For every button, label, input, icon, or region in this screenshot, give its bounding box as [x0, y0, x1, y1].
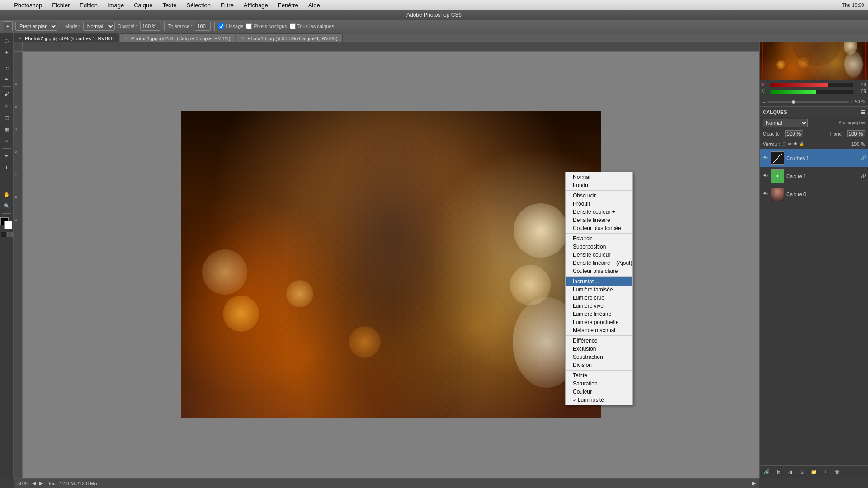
layer-eye-courbes1[interactable]: 👁: [762, 155, 769, 162]
blend-obscurcir[interactable]: Obscurcir: [566, 192, 632, 200]
blend-lumiere-tamisee[interactable]: Lumière tamisée: [566, 286, 632, 294]
layers-mode-dropdown[interactable]: Normal Fondu Obscurcir Produit Superposi…: [763, 119, 808, 127]
zoom-minus[interactable]: –: [763, 99, 765, 104]
blend-melange-maximal[interactable]: Mélange maximal: [566, 326, 632, 334]
lissage-checkbox[interactable]: [218, 23, 224, 29]
menu-filtre[interactable]: Filtre: [219, 1, 236, 9]
blend-fondu[interactable]: Fondu: [566, 181, 632, 189]
blend-eclaircir[interactable]: Eclaircir: [566, 235, 632, 243]
tous-calques-label[interactable]: Tous les calques: [290, 23, 334, 29]
layer-item-calque1[interactable]: 👁 ■ Calque 1 🔗: [760, 167, 868, 185]
menu-texte[interactable]: Texte: [160, 1, 178, 9]
playback-btn[interactable]: ▶: [752, 480, 756, 486]
layer-mask-btn[interactable]: ◑: [785, 467, 795, 477]
tab-photo3[interactable]: ✕ Photo#3.jpg @ 33,3% (Calque 1, RVB/8): [236, 33, 342, 42]
tool-eraser[interactable]: ◫: [1, 112, 12, 123]
blend-couleur[interactable]: Couleur: [566, 388, 632, 396]
background-color[interactable]: [4, 221, 12, 229]
tab-photo3-close[interactable]: ✕: [241, 36, 245, 41]
layer-item-calque0[interactable]: 👁 Calque 0: [760, 185, 868, 203]
blend-luminosite[interactable]: Luminosité: [566, 396, 632, 404]
blend-normal[interactable]: Normal: [566, 173, 632, 181]
tolerance-input[interactable]: [195, 22, 211, 31]
layer-fx-btn[interactable]: fx: [774, 467, 783, 477]
tool-zoom[interactable]: 🔍: [1, 201, 12, 211]
lock-move[interactable]: ✚: [793, 141, 797, 146]
tool-magic-wand[interactable]: ✦: [1, 47, 12, 58]
tool-text[interactable]: T: [1, 162, 12, 173]
blend-produit[interactable]: Produit: [566, 200, 632, 208]
blend-densite-lineaire-plus[interactable]: Densité linéaire +: [566, 216, 632, 224]
apple-icon[interactable]: : [4, 1, 6, 9]
pixels-contigus-checkbox[interactable]: [246, 23, 252, 29]
zoom-plus[interactable]: +: [850, 99, 853, 104]
layers-fond-input[interactable]: [847, 130, 865, 137]
layer-new-btn[interactable]: +: [821, 467, 830, 477]
menu-calque[interactable]: Calque: [132, 1, 154, 9]
screen-mode-icon[interactable]: [7, 232, 13, 237]
menu-selection[interactable]: Sélection: [184, 1, 212, 9]
blend-lumiere-lineaire[interactable]: Lumière linéaire: [566, 310, 632, 318]
tool-preset-btn[interactable]: ✦: [3, 21, 13, 31]
opacity-input[interactable]: [140, 22, 160, 31]
layer-group-btn[interactable]: 📁: [809, 467, 819, 477]
lissage-label[interactable]: Lissage: [218, 23, 243, 29]
blend-lumiere-ponctuelle[interactable]: Lumière ponctuelle: [566, 318, 632, 326]
tool-lasso[interactable]: ◌: [1, 35, 12, 46]
lock-transparent[interactable]: ⬚: [782, 141, 786, 146]
zoom-stepper-left[interactable]: ◀: [32, 480, 36, 486]
layer-item-courbes1[interactable]: 👁 Courbes 1 🔗: [760, 149, 868, 167]
nav-zoom-slider[interactable]: [767, 101, 849, 103]
tool-dodge[interactable]: ○: [1, 136, 12, 146]
blend-difference[interactable]: Différence: [566, 337, 632, 345]
canvas-image[interactable]: [23, 52, 760, 478]
blend-lumiere-vive[interactable]: Lumière vive: [566, 302, 632, 310]
layer-link-btn[interactable]: 🔗: [762, 467, 772, 477]
menu-image[interactable]: Image: [106, 1, 126, 9]
blend-saturation[interactable]: Saturation: [566, 380, 632, 388]
menu-fenetre[interactable]: Fenêtre: [276, 1, 300, 9]
tool-crop[interactable]: ⊡: [1, 62, 12, 73]
tab-photo1[interactable]: ✕ Photo#1.jpg @ 25% (Calque 0 copie, RVB…: [120, 33, 235, 42]
tool-pen[interactable]: ✒: [1, 150, 12, 161]
blend-densite-couleur-moins[interactable]: Densité couleur –: [566, 251, 632, 259]
blend-densite-lineaire-moins[interactable]: Densité linéaire – (Ajout): [566, 259, 632, 267]
tool-hand[interactable]: ✋: [1, 189, 12, 200]
tool-brush[interactable]: 🖌: [1, 89, 12, 99]
layer-eye-calque1[interactable]: 👁: [762, 173, 769, 180]
blend-superposition[interactable]: Superposition: [566, 243, 632, 251]
menu-edition[interactable]: Edition: [78, 1, 99, 9]
layer-adjustment-btn[interactable]: ⊕: [797, 467, 807, 477]
layer-eye-calque0[interactable]: 👁: [762, 191, 769, 198]
lock-all[interactable]: 🔒: [799, 141, 804, 146]
blend-teinte[interactable]: Teinte: [566, 371, 632, 380]
tous-calques-checkbox[interactable]: [290, 23, 296, 29]
blend-division[interactable]: Division: [566, 361, 632, 369]
menu-photoshop[interactable]: Photoshop: [12, 1, 44, 9]
mode-dropdown[interactable]: Normal: [83, 22, 115, 31]
layer-delete-btn[interactable]: 🗑: [832, 467, 842, 477]
zoom-stepper-right[interactable]: ▶: [39, 480, 43, 486]
tab-photo1-close[interactable]: ✕: [125, 36, 128, 41]
menu-affichage[interactable]: Affichage: [242, 1, 270, 9]
blend-densite-couleur-plus[interactable]: Densité couleur +: [566, 208, 632, 216]
quick-mask-icon[interactable]: [1, 232, 6, 237]
tab-photo2[interactable]: ✕ Photo#2.jpg @ 50% (Courbes 1, RVB/8): [14, 33, 119, 42]
blend-soustraction[interactable]: Soustraction: [566, 353, 632, 361]
pixels-contigus-label[interactable]: Pixels contigus: [246, 23, 287, 29]
blend-couleur-plus-claire[interactable]: Couleur plus claire: [566, 267, 632, 275]
tab-photo2-close[interactable]: ✕: [19, 36, 22, 41]
lock-draw[interactable]: ✏: [788, 141, 792, 146]
blend-couleur-plus-foncee[interactable]: Couleur plus foncée: [566, 224, 632, 232]
preset-dropdown[interactable]: Premier plan: [15, 22, 57, 31]
blend-incrustation[interactable]: Incrustati...: [566, 277, 632, 286]
menu-fichier[interactable]: Fichier: [50, 1, 71, 9]
tool-eyedropper[interactable]: ✒: [1, 74, 12, 84]
layers-menu-btn[interactable]: ☰: [861, 109, 865, 115]
layers-opacity-input[interactable]: [785, 130, 803, 137]
blend-exclusion[interactable]: Exclusion: [566, 345, 632, 353]
tool-gradient[interactable]: ▦: [1, 124, 12, 135]
blend-lumiere-crue[interactable]: Lumière crue: [566, 294, 632, 302]
nav-zoom-thumb[interactable]: [792, 100, 795, 104]
tool-stamp[interactable]: ⎀: [1, 100, 12, 111]
